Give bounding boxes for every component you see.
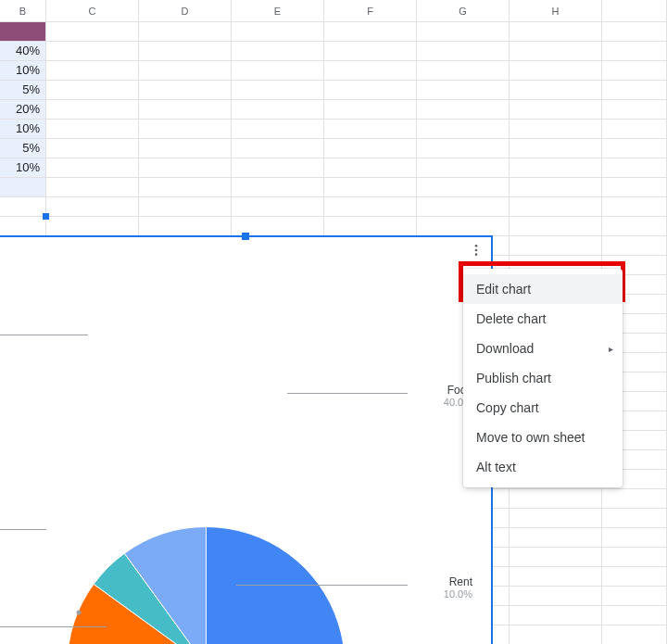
cell[interactable] — [510, 22, 602, 42]
cell[interactable] — [510, 548, 602, 567]
menu-alt-text[interactable]: Alt text — [463, 452, 623, 482]
cell[interactable] — [46, 139, 139, 158]
cell[interactable] — [139, 178, 232, 197]
cell[interactable] — [510, 625, 602, 644]
col-header-d[interactable]: D — [139, 0, 232, 21]
cell[interactable] — [139, 120, 232, 139]
col-header-e[interactable]: E — [232, 0, 324, 21]
col-header-g[interactable]: G — [417, 0, 510, 21]
cell[interactable] — [602, 42, 667, 61]
cell[interactable] — [139, 158, 232, 178]
cell[interactable] — [232, 81, 324, 100]
row[interactable]: 10% — [0, 120, 667, 139]
col-header-c[interactable]: C — [46, 0, 139, 21]
chart-context-menu[interactable]: Edit chart Delete chart Download ▸ Publi… — [463, 269, 623, 487]
cell[interactable] — [324, 178, 417, 197]
menu-publish-chart[interactable]: Publish chart — [463, 363, 623, 393]
cell[interactable] — [139, 81, 232, 100]
cell[interactable] — [139, 22, 232, 42]
cell[interactable] — [324, 22, 417, 42]
cell[interactable] — [232, 120, 324, 139]
cell[interactable] — [324, 197, 417, 217]
cell[interactable] — [602, 22, 667, 42]
cell[interactable] — [510, 158, 602, 178]
cell[interactable] — [324, 61, 417, 81]
cell[interactable] — [510, 120, 602, 139]
cell[interactable] — [510, 528, 602, 548]
cell[interactable] — [602, 81, 667, 100]
cell[interactable] — [510, 606, 602, 625]
cell[interactable] — [510, 587, 602, 606]
menu-delete-chart[interactable]: Delete chart — [463, 304, 623, 334]
cell[interactable] — [324, 42, 417, 61]
cell[interactable] — [602, 158, 667, 178]
cell[interactable] — [232, 178, 324, 197]
cell-b[interactable]: 10% — [0, 61, 46, 81]
cell[interactable] — [602, 587, 667, 606]
cell[interactable] — [417, 197, 510, 217]
cell[interactable] — [232, 158, 324, 178]
cell[interactable] — [602, 197, 667, 217]
col-header-f[interactable]: F — [324, 0, 417, 21]
cell[interactable] — [0, 217, 46, 236]
row[interactable]: 10% — [0, 61, 667, 81]
cell[interactable] — [46, 158, 139, 178]
cell[interactable] — [417, 22, 510, 42]
cell[interactable] — [0, 197, 46, 217]
cell-b[interactable]: 5% — [0, 81, 46, 100]
cell[interactable] — [510, 42, 602, 61]
row[interactable] — [0, 217, 667, 236]
cell[interactable] — [324, 217, 417, 236]
cell[interactable] — [417, 100, 510, 120]
cell[interactable] — [602, 548, 667, 567]
cell[interactable] — [232, 42, 324, 61]
cell-b[interactable]: 10% — [0, 120, 46, 139]
cell-b[interactable]: 40% — [0, 42, 46, 61]
cell[interactable] — [510, 489, 602, 509]
range-fill-handle[interactable] — [43, 213, 49, 220]
cell[interactable] — [232, 22, 324, 42]
cell-b[interactable]: 20% — [0, 100, 46, 120]
cell[interactable] — [417, 81, 510, 100]
cell[interactable] — [46, 197, 139, 217]
cell[interactable] — [46, 81, 139, 100]
cell[interactable] — [510, 178, 602, 197]
cell[interactable] — [510, 217, 602, 236]
cell[interactable] — [602, 217, 667, 236]
cell[interactable] — [417, 139, 510, 158]
cell[interactable] — [510, 567, 602, 587]
cell[interactable] — [602, 567, 667, 587]
cell[interactable] — [510, 509, 602, 528]
row[interactable]: 20% — [0, 100, 667, 120]
cell[interactable] — [232, 139, 324, 158]
cell[interactable] — [46, 120, 139, 139]
col-header-h[interactable]: H — [510, 0, 602, 21]
cell[interactable] — [46, 42, 139, 61]
row[interactable]: 5% — [0, 139, 667, 158]
cell[interactable] — [602, 178, 667, 197]
cell[interactable] — [324, 100, 417, 120]
cell-b[interactable] — [0, 178, 46, 197]
cell-b[interactable]: 5% — [0, 139, 46, 158]
cell[interactable] — [417, 158, 510, 178]
cell[interactable] — [139, 61, 232, 81]
cell[interactable] — [46, 217, 139, 236]
cell[interactable] — [232, 197, 324, 217]
cell[interactable] — [417, 120, 510, 139]
embedded-chart[interactable]: Food 40.0% Rent 10.0% — [0, 237, 491, 644]
cell[interactable] — [139, 139, 232, 158]
cell[interactable] — [324, 139, 417, 158]
menu-edit-chart[interactable]: Edit chart — [463, 274, 623, 304]
col-header-b[interactable]: B — [0, 0, 46, 21]
cell[interactable] — [602, 120, 667, 139]
cell[interactable] — [602, 489, 667, 509]
cell[interactable] — [46, 61, 139, 81]
cell[interactable] — [510, 100, 602, 120]
cell[interactable] — [139, 42, 232, 61]
cell[interactable] — [417, 178, 510, 197]
cell[interactable] — [602, 528, 667, 548]
row[interactable] — [0, 178, 667, 197]
cell[interactable] — [602, 625, 667, 644]
cell-b[interactable] — [0, 22, 46, 42]
cell[interactable] — [602, 236, 667, 256]
